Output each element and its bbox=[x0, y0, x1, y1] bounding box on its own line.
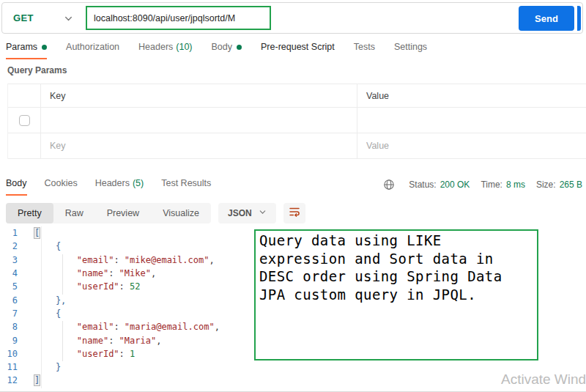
request-url-bar: GET Send bbox=[1, 2, 583, 34]
view-raw[interactable]: Raw bbox=[53, 203, 95, 223]
view-pretty[interactable]: Pretty bbox=[6, 203, 53, 223]
query-params-title: Query Params bbox=[7, 65, 67, 75]
tab-test-results[interactable]: Test Results bbox=[161, 178, 211, 194]
chevron-down-icon[interactable] bbox=[64, 13, 73, 26]
time-value: 8 ms bbox=[506, 180, 525, 190]
response-time: Time: 8 ms bbox=[481, 180, 525, 190]
indent-guide bbox=[62, 254, 63, 295]
url-highlight-box bbox=[86, 6, 271, 30]
param-value-input-cell bbox=[357, 133, 586, 158]
empty-checkbox-cell bbox=[8, 133, 41, 158]
tab-params-label: Params bbox=[6, 42, 37, 52]
header-key-cell: Key bbox=[41, 84, 357, 107]
code-line-11: 11 } bbox=[0, 360, 586, 374]
send-button[interactable]: Send bbox=[519, 6, 574, 31]
tab-headers[interactable]: Headers(10) bbox=[138, 42, 192, 58]
tab-settings-label: Settings bbox=[394, 42, 427, 52]
globe-icon[interactable] bbox=[383, 179, 395, 191]
param-row-selected bbox=[8, 108, 586, 133]
param-value-cell[interactable] bbox=[357, 108, 586, 133]
format-label: JSON bbox=[228, 208, 252, 218]
tab-response-headers-label: Headers bbox=[95, 178, 130, 188]
tab-test-results-label: Test Results bbox=[161, 178, 211, 188]
size-value: 265 B bbox=[560, 180, 582, 190]
tab-response-headers[interactable]: Headers(5) bbox=[95, 178, 144, 194]
response-meta: Status: 200 OK Time: 8 ms Size: 265 B bbox=[383, 179, 582, 191]
response-status: Status: 200 OK bbox=[409, 180, 470, 190]
tab-params[interactable]: Params bbox=[6, 42, 47, 59]
header-checkbox-cell bbox=[8, 84, 41, 107]
view-preview[interactable]: Preview bbox=[95, 203, 151, 223]
header-value-cell: Value bbox=[357, 84, 586, 107]
tab-authorization-label: Authorization bbox=[66, 42, 119, 52]
tab-tests-label: Tests bbox=[354, 42, 375, 52]
param-row-empty bbox=[8, 133, 586, 159]
tab-response-body-label: Body bbox=[6, 178, 27, 188]
param-value-input[interactable] bbox=[366, 141, 575, 151]
postman-window: GET Send Params Authorization Headers(10… bbox=[0, 0, 586, 392]
tab-cookies-label: Cookies bbox=[45, 178, 78, 188]
tab-cookies[interactable]: Cookies bbox=[45, 178, 78, 194]
tab-pre-request-script-label: Pre-request Script bbox=[261, 42, 335, 52]
response-tabs: Body Cookies Headers(5) Test Results bbox=[6, 178, 211, 196]
view-segmented-control: Pretty Raw Preview Visualize bbox=[6, 203, 211, 223]
wrap-text-button[interactable] bbox=[283, 203, 305, 223]
response-size: Size: 265 B bbox=[536, 180, 582, 190]
tab-body[interactable]: Body bbox=[212, 42, 242, 58]
param-key-input[interactable] bbox=[50, 141, 341, 151]
tab-settings[interactable]: Settings bbox=[394, 42, 427, 58]
param-key-cell[interactable] bbox=[41, 108, 357, 133]
annotation-note-box: Query data using LIKE expression and Sor… bbox=[254, 229, 538, 360]
time-label: Time: bbox=[481, 180, 502, 190]
chevron-down-icon bbox=[259, 208, 267, 218]
text-wrap-icon bbox=[289, 206, 300, 221]
indent-guide bbox=[62, 321, 63, 361]
status-value: 200 OK bbox=[440, 180, 470, 190]
body-dot-icon bbox=[237, 45, 242, 50]
param-key-input-cell bbox=[41, 133, 357, 158]
tab-pre-request-script[interactable]: Pre-request Script bbox=[261, 42, 335, 58]
tab-response-headers-count: (5) bbox=[133, 178, 144, 188]
param-checkbox[interactable] bbox=[19, 115, 30, 126]
params-dot-icon bbox=[42, 45, 47, 50]
url-input[interactable] bbox=[87, 13, 270, 23]
method-label: GET bbox=[13, 12, 34, 23]
param-checkbox-cell bbox=[8, 108, 41, 133]
tab-headers-count: (10) bbox=[176, 42, 192, 52]
tab-authorization[interactable]: Authorization bbox=[66, 42, 119, 58]
format-dropdown[interactable]: JSON bbox=[218, 203, 276, 223]
activate-windows-watermark: Activate Windows bbox=[501, 371, 586, 388]
tab-response-body[interactable]: Body bbox=[6, 178, 27, 196]
query-params-header-row: Key Value bbox=[8, 84, 586, 108]
tab-body-label: Body bbox=[212, 42, 233, 52]
view-visualize[interactable]: Visualize bbox=[151, 203, 211, 223]
send-options-button[interactable] bbox=[577, 6, 581, 31]
request-tabs: Params Authorization Headers(10) Body Pr… bbox=[6, 42, 427, 59]
status-label: Status: bbox=[409, 180, 436, 190]
code-line-12: 12 ] bbox=[0, 374, 586, 387]
tab-tests[interactable]: Tests bbox=[354, 42, 375, 58]
size-label: Size: bbox=[536, 180, 556, 190]
response-view-bar: Pretty Raw Preview Visualize JSON bbox=[6, 203, 305, 223]
method-selector[interactable]: GET bbox=[13, 3, 34, 33]
tab-headers-label: Headers bbox=[138, 42, 173, 52]
query-params-table: Key Value bbox=[7, 84, 586, 159]
gutter-divider bbox=[41, 226, 42, 388]
